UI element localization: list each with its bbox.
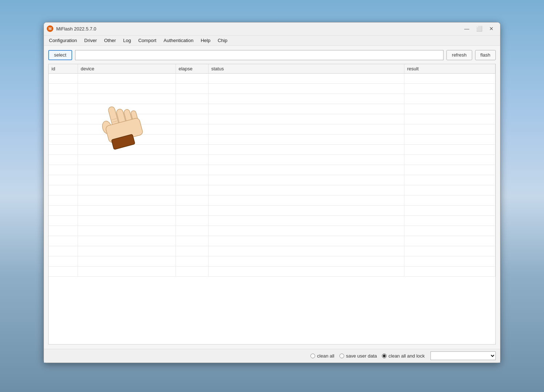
table-row bbox=[49, 246, 495, 256]
menu-item-authentication[interactable]: Authentication bbox=[160, 36, 197, 45]
maximize-button[interactable]: ⬜ bbox=[473, 24, 485, 34]
table-row bbox=[49, 226, 495, 236]
device-table: id device elapse status result bbox=[49, 64, 495, 277]
flash-mode-dropdown[interactable] bbox=[430, 351, 496, 360]
col-device: device bbox=[78, 64, 176, 74]
menu-item-help[interactable]: Help bbox=[197, 36, 214, 45]
select-button[interactable]: select bbox=[48, 50, 72, 60]
table-row bbox=[49, 215, 495, 226]
flash-mode-options: clean all save user data clean all and l… bbox=[310, 353, 425, 359]
option-clean-all[interactable]: clean all bbox=[310, 353, 334, 359]
option-clean-all-and-lock-label: clean all and lock bbox=[388, 353, 425, 359]
table-row bbox=[49, 185, 495, 195]
radio-clean-all[interactable] bbox=[310, 354, 315, 358]
table-row bbox=[49, 73, 495, 83]
refresh-button[interactable]: refresh bbox=[446, 50, 472, 60]
option-save-user-data-label: save user data bbox=[346, 353, 377, 359]
col-status: status bbox=[208, 64, 404, 74]
toolbar: select refresh flash bbox=[48, 50, 496, 60]
table-row bbox=[49, 114, 495, 124]
table-body bbox=[49, 73, 495, 276]
table-row bbox=[49, 154, 495, 165]
table-row bbox=[49, 175, 495, 185]
app-icon-letter: M bbox=[49, 27, 51, 31]
col-id: id bbox=[49, 64, 78, 74]
title-bar: M MiFlash 2022.5.7.0 — ⬜ ✕ bbox=[44, 22, 500, 36]
menu-item-log[interactable]: Log bbox=[120, 36, 135, 45]
option-save-user-data[interactable]: save user data bbox=[339, 353, 377, 359]
app-icon: M bbox=[47, 25, 53, 32]
menu-item-configuration[interactable]: Configuration bbox=[45, 36, 81, 45]
col-elapse: elapse bbox=[176, 64, 208, 74]
option-clean-all-label: clean all bbox=[317, 353, 334, 359]
table-row bbox=[49, 134, 495, 144]
table-row bbox=[49, 124, 495, 134]
table-row bbox=[49, 256, 495, 266]
title-bar-controls: — ⬜ ✕ bbox=[461, 24, 497, 34]
radio-save-user-data[interactable] bbox=[339, 354, 344, 358]
table-header: id device elapse status result bbox=[49, 64, 495, 74]
table-row bbox=[49, 195, 495, 205]
close-button[interactable]: ✕ bbox=[486, 24, 497, 34]
table-row bbox=[49, 94, 495, 104]
table-header-row: id device elapse status result bbox=[49, 64, 495, 74]
table-row bbox=[49, 83, 495, 94]
menu-item-chip[interactable]: Chip bbox=[214, 36, 231, 45]
menu-item-driver[interactable]: Driver bbox=[81, 36, 100, 45]
menu-bar: Configuration Driver Other Log Comport A… bbox=[44, 36, 500, 46]
main-window: M MiFlash 2022.5.7.0 — ⬜ ✕ Configuration… bbox=[44, 22, 500, 363]
table-row bbox=[49, 236, 495, 246]
window-title: MiFlash 2022.5.7.0 bbox=[56, 26, 96, 32]
col-result: result bbox=[404, 64, 495, 74]
menu-item-comport[interactable]: Comport bbox=[135, 36, 160, 45]
table-row bbox=[49, 205, 495, 215]
radio-clean-all-and-lock[interactable] bbox=[382, 354, 387, 358]
table-row bbox=[49, 266, 495, 276]
status-bar: clean all save user data clean all and l… bbox=[44, 349, 500, 363]
flash-button[interactable]: flash bbox=[475, 50, 496, 60]
minimize-button[interactable]: — bbox=[461, 24, 473, 34]
table-row bbox=[49, 165, 495, 175]
menu-item-other[interactable]: Other bbox=[100, 36, 120, 45]
table-row bbox=[49, 144, 495, 154]
option-clean-all-and-lock[interactable]: clean all and lock bbox=[382, 353, 425, 359]
title-bar-left: M MiFlash 2022.5.7.0 bbox=[47, 25, 96, 32]
table-row bbox=[49, 104, 495, 114]
device-table-container: id device elapse status result bbox=[48, 64, 496, 344]
path-input[interactable] bbox=[75, 50, 444, 60]
content-area: select refresh flash bbox=[44, 46, 500, 349]
